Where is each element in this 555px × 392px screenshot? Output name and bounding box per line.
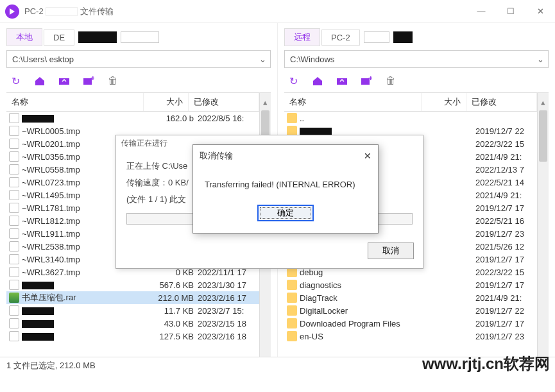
remote-scrollbar[interactable]: [537, 108, 549, 357]
folder-icon: [287, 331, 297, 341]
doc-icon: [9, 305, 19, 316]
file-date: 2021/4/9 21:: [475, 152, 546, 162]
col-date[interactable]: 已修改: [466, 93, 537, 111]
refresh-icon[interactable]: ↻: [9, 74, 22, 87]
file-date: 2021/4/9 21:: [475, 293, 546, 303]
chevron-down-icon[interactable]: ⌄: [533, 55, 548, 64]
folder-icon: [287, 305, 297, 316]
file-date: 2022/5/21 16: [475, 216, 546, 226]
file-name: [22, 306, 153, 316]
delete-icon[interactable]: 🗑: [107, 74, 119, 87]
tab-local[interactable]: 本地: [6, 28, 42, 46]
chevron-down-icon[interactable]: ⌄: [255, 55, 270, 64]
doc-icon: [9, 177, 19, 187]
file-row[interactable]: DiagTrack2021/4/9 21:: [284, 291, 549, 304]
tab-remote-device[interactable]: PC-2: [321, 30, 360, 46]
doc-icon: [9, 190, 19, 200]
maximize-button[interactable]: ☐: [496, 0, 525, 23]
doc-icon: [9, 318, 19, 328]
file-row[interactable]: DigitalLocker2019/12/7 22: [284, 304, 549, 317]
watermark: www.rjtj.cn软荐网: [422, 354, 550, 374]
file-date: 2019/12/7 22: [475, 306, 546, 316]
file-row[interactable]: 567.6 KB2023/1/30 17: [6, 278, 271, 291]
svg-text:+: +: [90, 76, 94, 83]
folder-icon: [287, 113, 297, 123]
cancel-button[interactable]: 取消: [368, 243, 414, 259]
file-row[interactable]: ..: [284, 112, 549, 124]
home-icon[interactable]: [33, 74, 46, 87]
file-date: 2023/2/16 18: [198, 332, 268, 341]
file-size: 43.0 KB: [153, 319, 198, 328]
file-row[interactable]: 43.0 KB2023/2/15 18: [6, 317, 271, 330]
error-title: 取消传输: [200, 150, 233, 162]
file-row[interactable]: en-US2019/12/7 23: [284, 330, 549, 343]
file-date: 2019/12/7 23: [475, 229, 546, 239]
file-date: 2019/12/7 17: [475, 280, 546, 290]
delete-icon[interactable]: 🗑: [384, 74, 397, 87]
remote-path-combo[interactable]: C:\Windows ⌄: [284, 50, 549, 68]
doc-icon: [9, 203, 19, 213]
file-date: 2021/5/26 12: [475, 242, 546, 251]
doc-icon: [9, 267, 19, 277]
file-row[interactable]: 127.5 KB2023/2/16 18: [6, 330, 271, 343]
doc-icon: [9, 139, 19, 149]
local-toolbar: ↻ + 🗑: [6, 73, 271, 92]
tab-remote[interactable]: 远程: [284, 28, 320, 46]
local-path-text: C:\Users\ esktop: [7, 55, 255, 64]
file-date: 2022/8/5 16:: [198, 114, 268, 123]
file-row[interactable]: Downloaded Program Files2019/12/7 17: [284, 317, 549, 330]
file-row[interactable]: 162.0 b2022/8/5 16:: [6, 112, 271, 124]
doc-icon: [9, 254, 19, 264]
col-name[interactable]: 名称: [6, 93, 144, 111]
doc-icon: [9, 151, 19, 162]
file-size: 11.7 KB: [153, 306, 198, 316]
col-size[interactable]: 大小: [422, 93, 466, 111]
file-date: 2023/2/7 15:: [198, 306, 268, 316]
tab-local-device[interactable]: DE: [44, 30, 74, 46]
new-folder-icon[interactable]: +: [360, 74, 373, 87]
doc-icon: [9, 113, 19, 123]
doc-icon: [9, 241, 19, 251]
svg-text:+: +: [368, 76, 372, 83]
refresh-icon[interactable]: ↻: [287, 74, 300, 87]
remote-file-header: 名称 大小 已修改 ▴: [284, 92, 549, 112]
file-size: 162.0 b: [153, 114, 198, 123]
file-name: DigitalLocker: [300, 306, 431, 316]
file-date: 2019/12/7 17: [475, 255, 546, 264]
file-name: diagnostics: [300, 280, 431, 290]
folder-up-icon[interactable]: [336, 74, 348, 87]
file-date: 2019/12/7 22: [475, 126, 546, 136]
folder-icon: [287, 280, 297, 290]
close-icon[interactable]: ✕: [364, 151, 371, 161]
ok-button[interactable]: 确定: [257, 205, 314, 221]
local-path-combo[interactable]: C:\Users\ esktop ⌄: [6, 50, 271, 68]
file-name: [22, 319, 153, 328]
file-date: 2022/5/21 14: [475, 178, 546, 187]
file-size: 212.0 MB: [153, 293, 198, 303]
file-row[interactable]: 书单压缩包.rar212.0 MB2023/2/16 17: [6, 291, 271, 304]
file-name: [22, 332, 153, 341]
file-name: ..: [300, 114, 431, 123]
doc-icon: [9, 280, 19, 290]
minimize-button[interactable]: —: [466, 0, 496, 23]
folder-up-icon[interactable]: [58, 74, 71, 87]
window-title: PC-2 文件传输: [24, 6, 466, 17]
doc-icon: [9, 228, 19, 239]
col-size[interactable]: 大小: [144, 93, 189, 111]
file-date: 2021/4/9 21:: [475, 191, 546, 200]
rar-icon: [9, 293, 19, 303]
file-date: 2023/2/15 18: [198, 319, 268, 328]
col-date[interactable]: 已修改: [189, 93, 259, 111]
file-date: 2022/3/22 15: [475, 268, 546, 277]
error-message: Transferring failed! (INTERNAL ERROR): [193, 167, 378, 205]
new-folder-icon[interactable]: +: [82, 74, 95, 87]
home-icon[interactable]: [311, 74, 324, 87]
file-row[interactable]: diagnostics2019/12/7 17: [284, 278, 549, 291]
error-dialog: 取消传输 ✕ Transferring failed! (INTERNAL ER…: [192, 144, 379, 234]
close-button[interactable]: ✕: [525, 0, 555, 23]
file-name: en-US: [300, 332, 431, 341]
file-date: 2023/1/30 17: [198, 280, 268, 290]
col-name[interactable]: 名称: [284, 93, 422, 111]
file-date: 2022/12/13 7: [475, 165, 546, 175]
file-row[interactable]: 11.7 KB2023/2/7 15:: [6, 304, 271, 317]
